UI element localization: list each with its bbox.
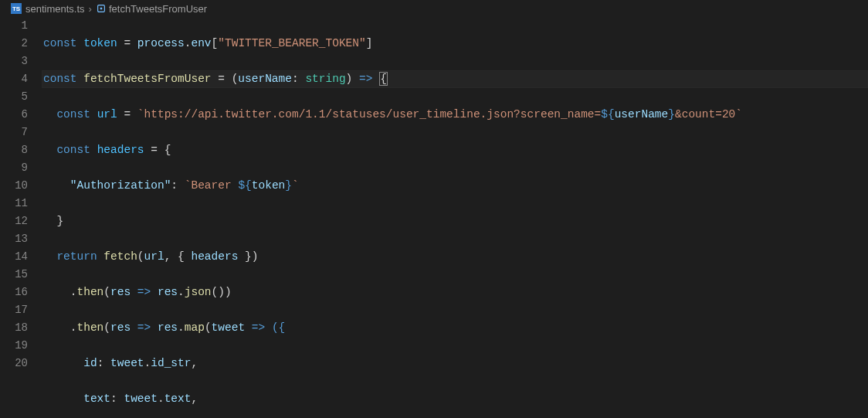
- code-editor[interactable]: 1 2 3 4 5 6 7 8 9 10 11 12 13 14 15 16 1…: [0, 17, 868, 418]
- code-line[interactable]: .then(res => res.json()): [42, 284, 868, 301]
- line-number: 12: [0, 212, 28, 230]
- line-number: 19: [0, 337, 28, 355]
- line-number: 7: [0, 124, 28, 141]
- line-number: 6: [0, 106, 28, 124]
- line-number: 2: [0, 35, 28, 53]
- code-line[interactable]: return fetch(url, { headers }): [42, 248, 868, 266]
- chevron-right-icon: ›: [87, 3, 93, 15]
- breadcrumb-symbol[interactable]: fetchTweetsFromUser: [109, 3, 207, 15]
- line-number: 8: [0, 141, 28, 159]
- line-number: 20: [0, 355, 28, 372]
- line-number: 17: [0, 301, 28, 319]
- line-number: 3: [0, 53, 28, 70]
- breadcrumb-file[interactable]: sentiments.ts: [25, 3, 85, 15]
- code-line[interactable]: const token = process.env["TWITTER_BEARE…: [42, 35, 868, 53]
- symbol-method-icon: [96, 3, 107, 14]
- line-number: 13: [0, 230, 28, 248]
- code-line[interactable]: const headers = {: [42, 141, 868, 159]
- line-number: 16: [0, 284, 28, 301]
- line-number: 4: [0, 70, 28, 88]
- breadcrumb[interactable]: TS sentiments.ts › fetchTweetsFromUser: [0, 0, 868, 17]
- line-number: 18: [0, 319, 28, 337]
- line-number: 1: [0, 17, 28, 35]
- line-number: 15: [0, 266, 28, 284]
- typescript-file-icon: TS: [11, 3, 22, 14]
- code-line[interactable]: const fetchTweetsFromUser = (userName: s…: [42, 70, 868, 88]
- line-number: 5: [0, 88, 28, 106]
- line-number: 11: [0, 195, 28, 212]
- code-line[interactable]: }: [42, 212, 868, 230]
- line-number: 9: [0, 159, 28, 177]
- code-line[interactable]: .then(res => res.map(tweet => ({: [42, 319, 868, 337]
- line-number: 14: [0, 248, 28, 266]
- code-line[interactable]: id: tweet.id_str,: [42, 355, 868, 372]
- line-number: 10: [0, 177, 28, 195]
- code-line[interactable]: const url = `https://api.twitter.com/1.1…: [42, 106, 868, 124]
- code-line[interactable]: text: tweet.text,: [42, 390, 868, 408]
- line-number-gutter: 1 2 3 4 5 6 7 8 9 10 11 12 13 14 15 16 1…: [0, 17, 42, 418]
- code-area[interactable]: const token = process.env["TWITTER_BEARE…: [42, 17, 868, 418]
- code-line[interactable]: "Authorization": `Bearer ${token}`: [42, 177, 868, 195]
